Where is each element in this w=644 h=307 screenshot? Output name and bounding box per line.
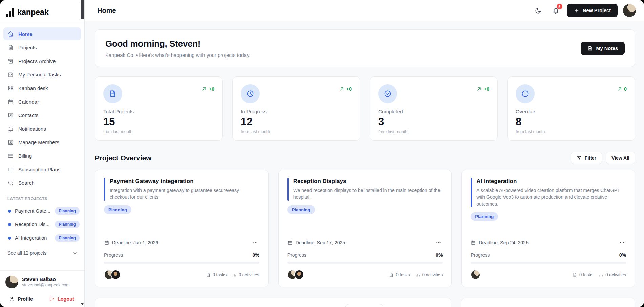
dark-mode-toggle[interactable] <box>532 4 544 17</box>
stat-value: 8 <box>516 116 627 128</box>
sidebar-item-notifications[interactable]: Notifications <box>3 122 81 135</box>
card-menu-button[interactable] <box>251 239 259 247</box>
filter-button[interactable]: Filter <box>571 152 602 164</box>
latest-projects-heading: LATEST PROJECTS <box>0 190 84 204</box>
sidebar-item-my-personal-tasks[interactable]: My Personal Tasks <box>3 68 81 81</box>
project-card[interactable]: Reception Displays We need reception dis… <box>278 170 452 287</box>
text-cursor <box>408 129 408 134</box>
profile-button[interactable]: Profile <box>9 296 33 302</box>
latest-project-item[interactable]: AI Integeration Planning <box>0 231 84 245</box>
member-avatars <box>287 270 304 280</box>
stat-value: 15 <box>103 116 214 128</box>
trend-value: +0 <box>484 86 489 92</box>
progress-value: 0% <box>252 252 259 258</box>
deadline-text: Deadline: Sep 24, 2025 <box>479 240 528 245</box>
activities-count: 0 activities <box>239 272 259 277</box>
logo-bars-icon <box>6 8 14 17</box>
view-all-button[interactable]: View All <box>606 152 635 164</box>
stat-label: Completed <box>378 109 489 114</box>
sidebar-item-subscription-plans[interactable]: Subscription Plans <box>3 163 81 176</box>
contact-card-icon <box>7 112 14 118</box>
stat-card-completed: +0 Completed 3 from last month <box>370 76 498 141</box>
calendar-icon <box>104 240 109 245</box>
project-dot-icon <box>8 223 11 226</box>
project-title: AI Integeration <box>476 178 626 185</box>
sidebar-item-calendar[interactable]: Calendar <box>3 95 81 108</box>
card-meta: 0 tasks 0 activities <box>206 272 259 277</box>
latest-project-name: Payment Gate... <box>15 208 51 214</box>
status-badge: Planning <box>471 212 498 221</box>
stat-label: Overdue <box>516 109 627 114</box>
page-title: Home <box>97 7 116 15</box>
new-project-label: New Project <box>583 8 611 13</box>
project-card[interactable]: Payment Gateway integeration Integration… <box>95 170 269 287</box>
ellipsis-icon <box>619 240 625 245</box>
sidebar-item-home[interactable]: Home <box>3 27 81 40</box>
scrollbar-thumb[interactable] <box>81 0 84 19</box>
main-area: Home 5 New Project Good m <box>85 0 644 307</box>
sidebar-item-contacts[interactable]: Contacts <box>3 109 81 122</box>
card-meta: 0 tasks 0 activities <box>389 272 443 277</box>
moon-icon <box>535 7 542 14</box>
deadline-row: Deadline: Sep 17, 2025 <box>287 230 443 247</box>
bell-icon <box>7 126 14 132</box>
project-description: Integration with a payment gateway to gu… <box>110 187 259 201</box>
archive-icon <box>7 58 14 64</box>
file-icon <box>109 90 117 98</box>
top-bar-actions: 5 New Project <box>532 4 636 17</box>
sidebar-item-billing[interactable]: Billing <box>3 149 81 162</box>
scrollbar-down-arrow[interactable] <box>81 303 84 305</box>
sidebar-item-manage-members[interactable]: Manage Members <box>3 136 81 149</box>
progress-value: 0% <box>619 252 626 258</box>
tasks-count: 0 tasks <box>579 272 593 277</box>
credit-card-icon <box>7 153 14 159</box>
status-badge: Planning <box>287 205 315 214</box>
my-notes-button[interactable]: My Notes <box>581 42 625 55</box>
file-icon <box>7 44 14 51</box>
sidebar-item-search[interactable]: Search <box>3 176 81 189</box>
status-badge: Planning <box>104 205 131 214</box>
tasks-icon <box>573 272 577 277</box>
sidebar-item-kanban-desk[interactable]: Kanban desk <box>3 82 81 94</box>
logout-button[interactable]: Logout <box>49 296 74 302</box>
analytics-filter-button[interactable] <box>345 304 383 307</box>
sidebar-item-projects-archive[interactable]: Project's Archive <box>3 54 81 67</box>
sidebar-scrollbar[interactable] <box>81 0 84 307</box>
greeting-card: Good morning, Steven! Kanpeak Co. • Here… <box>95 29 635 67</box>
sidebar-user-card[interactable]: Steven Balbao stevenbal@kanpeak.com <box>0 270 84 291</box>
sidebar-item-label: Notifications <box>18 126 46 132</box>
sidebar-footer: Profile Logout <box>0 291 84 307</box>
user-avatar-button[interactable] <box>623 4 636 17</box>
sidebar-nav: Home Projects Project's Archive My Perso… <box>0 23 84 190</box>
sidebar-item-projects[interactable]: Projects <box>3 41 81 54</box>
latest-project-item[interactable]: Reception Dis... Planning <box>0 218 84 231</box>
trend: +0 <box>202 86 214 92</box>
project-card[interactable]: AI Integeration A scalable AI-powered vi… <box>461 170 635 287</box>
latest-project-item[interactable]: Payment Gate... Planning <box>0 204 84 218</box>
trend-up-icon <box>202 87 207 91</box>
sidebar-item-label: Contacts <box>18 112 38 118</box>
app-name: kanpeak <box>17 7 49 17</box>
latest-project-name: AI Integeration <box>15 235 51 241</box>
project-card-head: Reception Displays We need reception dis… <box>287 178 443 201</box>
avatar <box>471 270 480 280</box>
stat-card-in-progress: +0 In Progress 12 from last month <box>232 76 360 141</box>
bottom-section: Project Analytics My Progress <box>95 298 635 307</box>
alert-circle-icon <box>521 90 529 98</box>
app-window: kanpeak Home Projects Project's Archive … <box>0 0 644 307</box>
ellipsis-icon <box>436 240 441 245</box>
card-menu-button[interactable] <box>434 239 443 247</box>
see-all-projects-link[interactable]: See all 12 projects <box>0 245 84 258</box>
new-project-button[interactable]: New Project <box>567 4 618 17</box>
content: Good morning, Steven! Kanpeak Co. • Here… <box>85 21 644 307</box>
project-card-head: Payment Gateway integeration Integration… <box>104 178 259 201</box>
status-badge: Planning <box>55 234 80 242</box>
progress-bar <box>104 262 259 264</box>
trend-value: 0 <box>624 86 627 92</box>
calendar-icon <box>471 240 476 245</box>
clock-icon <box>246 90 254 98</box>
card-menu-button[interactable] <box>618 239 626 247</box>
greeting-title: Good morning, Steven! <box>105 39 250 49</box>
latest-project-name: Reception Dis... <box>15 222 51 227</box>
notifications-button[interactable]: 5 <box>550 4 562 17</box>
